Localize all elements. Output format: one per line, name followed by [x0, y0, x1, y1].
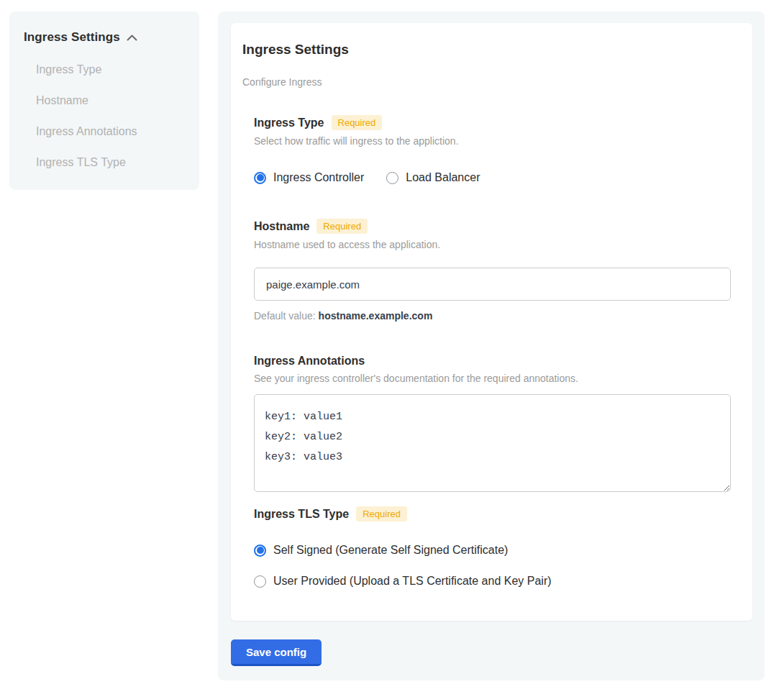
radio-label: Self Signed (Generate Self Signed Certif…	[273, 544, 508, 557]
field-label-ingress-annotations: Ingress Annotations	[254, 355, 365, 368]
sidebar-section-toggle[interactable]: Ingress Settings	[24, 30, 185, 45]
field-group-ingress-type: Ingress Type Required Select how traffic…	[254, 115, 730, 184]
radio-option-ingress-controller[interactable]: Ingress Controller	[254, 171, 364, 184]
field-label-ingress-type: Ingress Type	[254, 117, 324, 129]
sidebar-item-ingress-annotations[interactable]: Ingress Annotations	[36, 126, 185, 137]
required-badge: Required	[356, 506, 407, 521]
field-label-ingress-tls-type: Ingress TLS Type	[254, 508, 349, 521]
ingress-type-radio-group: Ingress Controller Load Balancer	[254, 171, 730, 184]
radio-icon[interactable]	[386, 172, 398, 184]
radio-icon[interactable]	[254, 172, 266, 184]
hostname-input[interactable]	[254, 268, 731, 301]
radio-label: Load Balancer	[406, 171, 480, 184]
required-badge: Required	[316, 219, 368, 234]
radio-label: User Provided (Upload a TLS Certificate …	[273, 575, 552, 588]
config-panel: Ingress Settings Configure Ingress Ingre…	[218, 12, 765, 680]
sidebar-item-list: Ingress Type Hostname Ingress Annotation…	[36, 64, 185, 168]
default-value-text: hostname.example.com	[319, 310, 433, 322]
chevron-up-icon	[127, 35, 137, 41]
default-value-prefix: Default value:	[254, 310, 316, 322]
radio-icon[interactable]	[254, 575, 266, 588]
field-group-hostname: Hostname Required Hostname used to acces…	[254, 219, 730, 322]
radio-label: Ingress Controller	[273, 171, 364, 184]
required-badge: Required	[332, 115, 383, 130]
radio-option-self-signed[interactable]: Self Signed (Generate Self Signed Certif…	[254, 544, 730, 557]
tls-type-radio-group: Self Signed (Generate Self Signed Certif…	[254, 521, 730, 588]
sidebar-section-title: Ingress Settings	[24, 30, 120, 45]
hostname-default-line: Default value:hostname.example.com	[254, 310, 730, 322]
field-group-ingress-tls-type: Ingress TLS Type Required Self Signed (G…	[254, 506, 730, 588]
settings-sidebar: Ingress Settings Ingress Type Hostname I…	[9, 12, 199, 190]
field-help-hostname: Hostname used to access the application.	[254, 239, 730, 250]
field-label-hostname: Hostname	[254, 220, 309, 233]
sidebar-item-hostname[interactable]: Hostname	[36, 95, 185, 106]
save-config-button[interactable]: Save config	[231, 639, 322, 666]
field-group-ingress-annotations: Ingress Annotations See your ingress con…	[254, 355, 730, 492]
sidebar-item-ingress-type[interactable]: Ingress Type	[36, 64, 185, 76]
page-subtitle: Configure Ingress	[242, 76, 730, 88]
radio-option-user-provided[interactable]: User Provided (Upload a TLS Certificate …	[254, 575, 730, 588]
sidebar-item-ingress-tls-type[interactable]: Ingress TLS Type	[36, 157, 185, 168]
radio-option-load-balancer[interactable]: Load Balancer	[386, 171, 480, 184]
page-title: Ingress Settings	[242, 42, 730, 58]
ingress-annotations-textarea[interactable]: key1: value1 key2: value2 key3: value3	[254, 394, 731, 492]
radio-icon[interactable]	[254, 545, 266, 557]
field-help-ingress-type: Select how traffic will ingress to the a…	[254, 135, 730, 147]
field-help-ingress-annotations: See your ingress controller's documentat…	[254, 373, 730, 384]
config-card: Ingress Settings Configure Ingress Ingre…	[231, 23, 752, 621]
